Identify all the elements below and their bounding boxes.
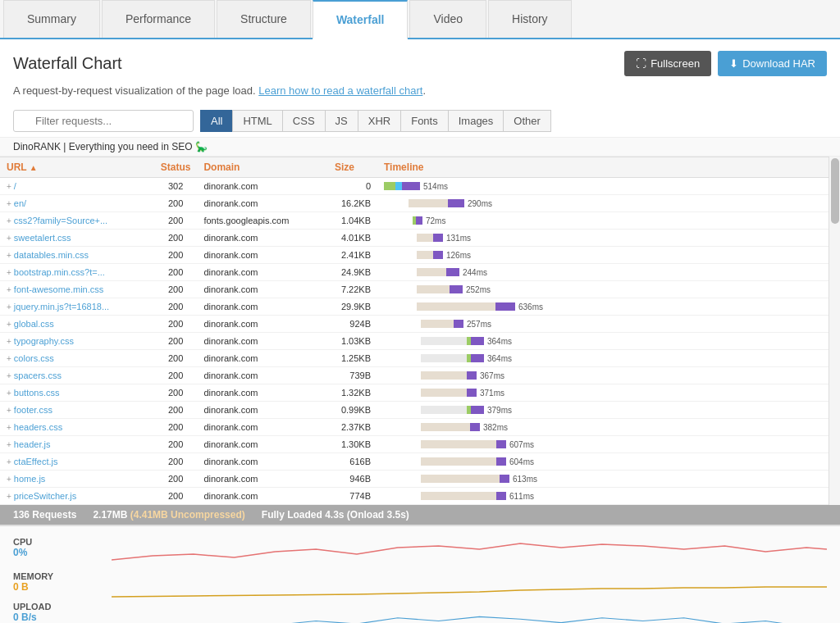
table-row[interactable]: +bootstrap.min.css?t=...200dinorank.com2… [0,264,829,281]
filter-other[interactable]: Other [503,110,551,132]
scrollbar-track[interactable] [829,157,840,505]
url-cell[interactable]: +sweetalert.css [0,230,154,247]
filter-all[interactable]: All [200,110,232,132]
expand-btn[interactable]: + [7,492,11,501]
domain-cell: dinorank.com [197,178,328,195]
domain-cell: dinorank.com [197,298,328,316]
cpu-label: CPU [13,537,112,547]
url-cell[interactable]: +home.js [0,471,154,488]
learn-more-link[interactable]: Learn how to read a waterfall chart [258,84,422,97]
filter-input-wrap [13,110,194,132]
size-cell: 2.37KB [328,419,377,436]
url-cell[interactable]: +jquery.min.js?t=16818... [0,298,154,316]
expand-btn[interactable]: + [7,182,11,191]
expand-btn[interactable]: + [7,285,11,294]
timeline-cell: 382ms [377,419,829,436]
url-cell[interactable]: +headers.css [0,419,154,436]
url-cell[interactable]: +ctaEffect.js [0,453,154,471]
table-row[interactable]: +sweetalert.css200dinorank.com4.01KB 131… [0,230,829,247]
status-cell: 200 [154,402,198,419]
filter-js[interactable]: JS [325,110,358,132]
size-cell: 924B [328,316,377,333]
table-row[interactable]: +css2?family=Source+...200fonts.googleap… [0,212,829,230]
site-title: DinoRANK | Everything you need in SEO 🦕 [13,141,208,152]
expand-btn[interactable]: + [7,302,11,312]
page-title: Waterfall Chart [13,54,122,73]
url-cell[interactable]: +priceSwitcher.js [0,488,154,505]
filter-input[interactable] [13,110,194,132]
table-row[interactable]: +home.js200dinorank.com946B 613ms [0,471,829,488]
table-row[interactable]: +datatables.min.css200dinorank.com2.41KB… [0,247,829,264]
table-row[interactable]: +global.css200dinorank.com924B 257ms [0,316,829,333]
table-row[interactable]: +font-awesome.min.css200dinorank.com7.22… [0,281,829,298]
table-row[interactable]: +footer.css200dinorank.com0.99KB 379ms [0,402,829,419]
fullscreen-button[interactable]: ⛶ Fullscreen [624,51,711,76]
table-row[interactable]: +buttons.css200dinorank.com1.32KB 371ms [0,384,829,402]
expand-btn[interactable]: + [7,457,11,466]
expand-btn[interactable]: + [7,371,11,380]
timing-label: 244ms [463,268,487,277]
url-cell[interactable]: +spacers.css [0,367,154,384]
scrollbar-thumb[interactable] [831,158,839,224]
table-row[interactable]: +spacers.css200dinorank.com739B 367ms [0,367,829,384]
expand-btn[interactable]: + [7,440,11,449]
tab-video[interactable]: Video [409,0,486,38]
tab-summary[interactable]: Summary [3,0,100,38]
table-row[interactable]: +headers.css200dinorank.com2.37KB 382ms [0,419,829,436]
url-cell[interactable]: +global.css [0,316,154,333]
status-cell: 200 [154,281,198,298]
url-cell[interactable]: +buttons.css [0,384,154,402]
expand-btn[interactable]: + [7,337,11,346]
expand-btn[interactable]: + [7,251,11,260]
expand-btn[interactable]: + [7,216,11,225]
tab-performance[interactable]: Performance [102,0,215,38]
timeline-cell: 367ms [377,367,829,384]
url-cell[interactable]: +colors.css [0,350,154,367]
table-row[interactable]: +colors.css200dinorank.com1.25KB 364ms [0,350,829,367]
expand-btn[interactable]: + [7,475,11,484]
domain-cell: dinorank.com [197,453,328,471]
url-cell[interactable]: +css2?family=Source+... [0,212,154,230]
table-row[interactable]: +priceSwitcher.js200dinorank.com774B 611… [0,488,829,505]
table-row[interactable]: +jquery.min.js?t=16818...200dinorank.com… [0,298,829,316]
expand-btn[interactable]: + [7,423,11,432]
filter-html[interactable]: HTML [232,110,281,132]
memory-chart [112,566,827,598]
filter-css[interactable]: CSS [282,110,325,132]
url-cell[interactable]: +footer.css [0,402,154,419]
cpu-sparkline [112,531,827,564]
filter-fonts[interactable]: Fonts [400,110,448,132]
expand-btn[interactable]: + [7,268,11,277]
table-row[interactable]: +/302dinorank.com0 514ms [0,178,829,195]
status-cell: 200 [154,350,198,367]
url-cell[interactable]: +bootstrap.min.css?t=... [0,264,154,281]
url-cell[interactable]: +header.js [0,436,154,453]
domain-cell: dinorank.com [197,471,328,488]
url-cell[interactable]: +font-awesome.min.css [0,281,154,298]
domain-cell: dinorank.com [197,195,328,212]
table-row[interactable]: +typography.css200dinorank.com1.03KB 364… [0,333,829,350]
filter-images[interactable]: Images [448,110,504,132]
url-cell[interactable]: +/ [0,178,154,195]
memory-value: 0 B [13,581,112,593]
url-cell[interactable]: +typography.css [0,333,154,350]
expand-btn[interactable]: + [7,234,11,243]
expand-btn[interactable]: + [7,199,11,208]
table-row[interactable]: +ctaEffect.js200dinorank.com616B 604ms [0,453,829,471]
tab-structure[interactable]: Structure [217,0,311,38]
table-row[interactable]: +en/200dinorank.com16.2KB 290ms [0,195,829,212]
expand-btn[interactable]: + [7,354,11,363]
url-cell[interactable]: +en/ [0,195,154,212]
download-label: Download HAR [742,57,815,70]
tab-waterfall[interactable]: Waterfall [313,0,409,39]
timeline-cell: 252ms [377,281,829,298]
expand-btn[interactable]: + [7,406,11,415]
filter-xhr[interactable]: XHR [358,110,400,132]
expand-btn[interactable]: + [7,320,11,329]
table-row[interactable]: +header.js200dinorank.com1.30KB 607ms [0,436,829,453]
description: A request-by-request visualization of th… [0,84,840,105]
expand-btn[interactable]: + [7,389,11,398]
url-cell[interactable]: +datatables.min.css [0,247,154,264]
tab-history[interactable]: History [488,0,572,38]
download-har-button[interactable]: ⬇ Download HAR [718,51,827,76]
